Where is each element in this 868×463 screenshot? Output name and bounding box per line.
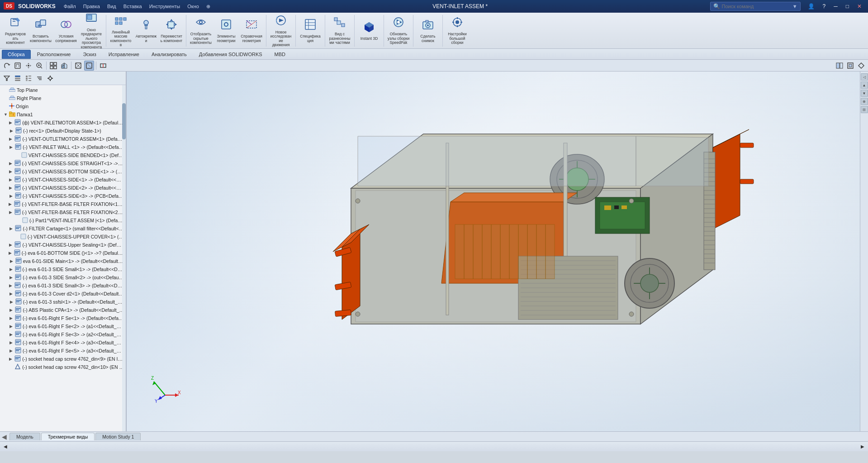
new-motion-button[interactable]: Новое исследование движения [268,16,294,45]
menu-tools[interactable]: Инструменты [149,4,180,9]
tree-scrollbar-thumb[interactable] [122,103,126,139]
maximize-button[interactable]: □ [843,2,852,10]
tree-item[interactable]: ▶(-) eva 6-01-Right F Se<5> -> (a3<<Defa… [0,347,126,355]
bom-button[interactable]: Спецификация [298,16,323,45]
menu-insert[interactable]: Вставка [123,4,142,9]
tree-item[interactable]: ▶(-) socket head cap screw 4762_din<9> (… [0,355,126,363]
tree-item[interactable]: ▶(-) VENT-CHAISSES-SIDE<3> -> (PCB<Defau… [0,192,126,200]
tree-expand-icon[interactable]: ▶ [9,340,15,345]
tree-expand-icon[interactable]: ▼ [4,112,9,117]
tree-expand-icon[interactable]: ▶ [9,251,14,255]
left-scroll-arrow[interactable]: ◀ [2,433,7,440]
tree-expand-icon[interactable]: ▶ [9,243,14,247]
tree-expand-icon[interactable]: ▶ [9,120,14,125]
tab-evaluate[interactable]: Исправление [103,50,145,59]
right-btn-1[interactable]: ◁ [861,73,868,81]
tree-item[interactable]: ▶(-) VENT-CHAISSES-SIDE<1> -> (Default<<… [0,176,126,184]
reference-geometry-button[interactable]: Справочная геометрия [239,16,264,45]
large-assembly-settings-button[interactable]: Настройки большой сборки [445,16,470,45]
tab-layout[interactable]: Расположение [31,50,77,59]
exploded-view-button[interactable]: Вид с разнесенными частями [327,16,352,45]
tab-analyze[interactable]: Анализировать [146,50,193,59]
list-view-icon[interactable] [24,73,33,83]
tree-item[interactable]: ▶(-) eva 6-01-3 SIDE Small<2> -> (out<<D… [0,273,126,282]
tree-expand-icon[interactable]: ▶ [9,283,14,288]
tree-expand-icon[interactable]: ▶ [9,316,15,320]
tree-expand-icon[interactable]: ▶ [9,308,15,312]
shaded-edges-button[interactable] [84,61,94,71]
menu-window[interactable]: Окно [187,4,199,9]
tree-expand-icon[interactable]: ▶ [9,332,15,337]
search-input[interactable] [722,4,792,9]
tree-item[interactable]: (-) socket head cap screw 4762_din<10> (… [0,363,126,371]
tab-assembly[interactable]: Сборка [2,50,31,59]
gear-icon[interactable] [45,73,55,83]
tree-expand-icon[interactable]: ▶ [10,129,15,133]
tree-item[interactable]: (-) Part1^VENT-INLET ASSEM |<1> (Default… [0,216,126,224]
collapse-tree-icon[interactable] [34,73,44,83]
tree-expand-icon[interactable]: ▶ [9,194,15,198]
model-tab[interactable]: Модель [9,433,40,440]
wireframe-button[interactable] [73,61,83,71]
tree-item[interactable]: ▶(-) rec<1> (Default<Display State-1>) [0,127,126,135]
tree-item[interactable]: (-) VENT-CHAISSES-UPPER COVER<1> (Defaul… [0,233,126,241]
3d-views-tab[interactable]: Трехмерные виды [41,433,95,440]
tree-expand-icon[interactable]: ▶ [9,145,15,149]
mate-button[interactable]: Условия сопряжения [53,16,79,45]
tree-item[interactable]: ▶(-) eva 6-01-BOTTOM SIDE ()<1> ->? (Def… [0,249,126,257]
tree-item[interactable]: ▶(-) eva 6-01-Right F Se<4> -> (a3<<Defa… [0,339,126,347]
tree-item[interactable]: ▶(-) FILTER Cartage<1> (small filter<<De… [0,224,126,233]
tree-expand-icon[interactable]: ▶ [9,357,14,361]
tree-item[interactable]: Origin [0,102,126,110]
tree-expand-icon[interactable]: ▶ [9,177,14,182]
tree-expand-icon[interactable]: ▶ [9,267,15,272]
tab-mbd[interactable]: MBD [269,50,291,59]
pan-button[interactable] [24,61,33,71]
tree-item[interactable]: ▶(-) eva 6-01-3 SIDE Small<3> -> (Defaul… [0,282,126,290]
speedpak-button[interactable]: Обновить узлы сборки SpeedPak [386,16,411,45]
tree-item[interactable]: ▶(ф) VENT-INLETMOTOR ASSEM<1> (Default<D… [0,119,126,127]
tree-item[interactable]: ▶(-) ABS Plastic CPA<1> -> (Default<<Def… [0,306,126,314]
tree-view-icon[interactable] [13,73,23,83]
tree-expand-icon[interactable]: ▶ [9,202,14,206]
view-orientation-button[interactable] [59,61,69,71]
tree-expand-icon[interactable]: ▶ [9,161,14,166]
zoom-in-out-button[interactable] [34,61,44,71]
right-btn-2[interactable]: ▲ [861,81,868,89]
snapshot-button[interactable]: Сделать снимок [415,16,441,45]
edit-component-button[interactable]: Редактировать компонент [3,16,28,45]
toggle-tree-button[interactable] [835,61,844,71]
right-btn-5[interactable]: ⊟ [861,106,868,113]
tree-item[interactable]: ▶eva 6-01-SIDE Main<1> -> (Default<<Defa… [0,257,126,265]
tree-expand-icon[interactable]: ▶ [10,300,15,304]
right-btn-4[interactable]: ⊕ [861,98,868,105]
tree-expand-icon[interactable]: ▶ [9,137,14,141]
tree-item[interactable]: ▶(-) VENT-INLET WALL <1> -> (Default<<De… [0,143,126,151]
tree-item[interactable]: ▶(-) eva 6-01-Right F Se<3> -> (a2<<Defa… [0,330,126,339]
move-component-button[interactable]: Переместить компонент [159,16,184,45]
minimize-button[interactable]: ─ [831,2,840,10]
show-hidden-button[interactable]: Отобразить скрытые компоненты [188,16,213,45]
tree-expand-icon[interactable]: ▶ [9,291,15,296]
insert-component-button[interactable]: + Вставить компоненты [28,16,53,45]
tree-expand-icon[interactable]: ▶ [10,259,15,263]
tree-expand-icon[interactable]: ▶ [9,348,15,353]
help-button[interactable]: ? [820,2,829,10]
tree-item[interactable]: ▶(-) eva 6-01-3 SIDE Small<1> -> (Defaul… [0,265,126,273]
menu-extra[interactable]: ⊕ [206,4,210,10]
menu-view[interactable]: Вид [107,4,116,9]
right-btn-3[interactable]: ▼ [861,90,868,97]
tree-item[interactable]: Top Plane [0,86,126,94]
3d-view-button[interactable] [845,61,855,71]
tree-scrollbar-track[interactable] [122,85,126,431]
tree-item[interactable]: ▶(-) eva 6-01-Right F Se<2> -> (a1<<Defa… [0,322,126,330]
tab-sketch[interactable]: Эскиз [77,50,102,59]
tree-item[interactable]: ▶(-) eva 6-01-Right F Se<1> -> (Default<… [0,314,126,322]
tree-expand-icon[interactable]: ▶ [9,169,14,174]
menu-file[interactable]: Файл [64,4,76,9]
tree-expand-icon[interactable]: ▶ [9,210,14,215]
search-box[interactable]: 🔍 ▼ [710,2,801,11]
tree-item[interactable]: VENT-CHAISSES-SIDE BENDED<1> (Default:..… [0,151,126,159]
tree-item[interactable]: ▶(-) eva 6-01-3 Cover d2<1> (Default<<De… [0,290,126,298]
section-view-button[interactable] [98,61,108,71]
